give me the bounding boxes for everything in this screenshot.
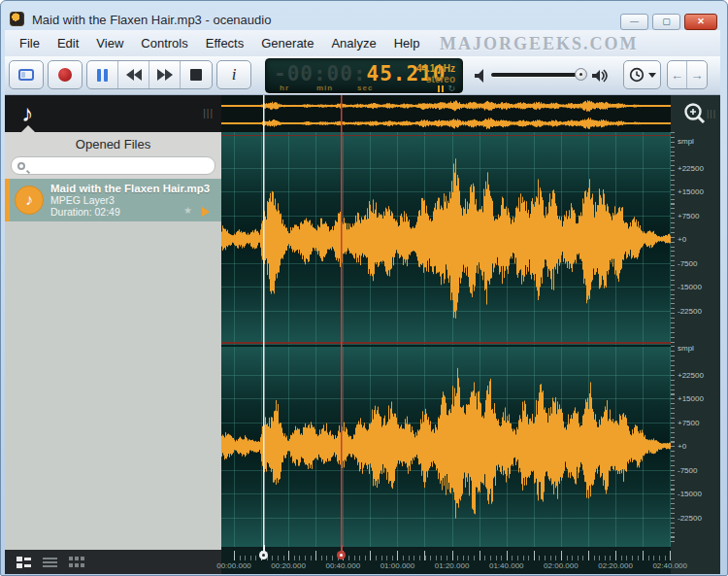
sidebar: ♪ ||| Opened Files ♪ Maid with the Flaxe…: [5, 95, 221, 574]
search-box[interactable]: [11, 156, 215, 175]
dropdown-caret-icon: [648, 73, 656, 78]
minimize-button[interactable]: —: [620, 14, 648, 30]
axis-ticks: [671, 132, 675, 545]
axis-value-label: -15000: [678, 490, 702, 498]
menu-file[interactable]: File: [11, 32, 49, 54]
axis-unit-label: smpl: [678, 344, 694, 353]
cursor-pin[interactable]: [259, 545, 268, 560]
volume-max-icon: [591, 68, 611, 84]
timeline-label: 02:20.000: [598, 561, 633, 570]
forward-button[interactable]: [149, 61, 181, 88]
app-window: Maid with the Flaxen Hair.mp3 - ocenaudi…: [0, 0, 728, 576]
view-list-button[interactable]: [43, 557, 57, 568]
view-grid-button[interactable]: [69, 557, 84, 568]
sec-label: sec: [357, 84, 396, 92]
volume-min-icon: [474, 68, 487, 84]
waveform-editor: ||| smpl+22500+15000+7500+0-7500-15000-2…: [221, 95, 720, 574]
file-list-item[interactable]: ♪ Maid with the Flaxen Hair.mp3 MPEG Lay…: [5, 179, 221, 221]
time-hours: 00: [287, 62, 314, 85]
toolbar: i -00:00:45.210 hrminsec 44.1 kHz stereo…: [5, 56, 720, 95]
forward-icon: [157, 69, 165, 81]
close-button[interactable]: ✕: [684, 14, 717, 30]
menu-help[interactable]: Help: [385, 32, 429, 54]
view-details-button[interactable]: [17, 557, 31, 568]
rewind-icon: [134, 69, 142, 81]
ruler-minor-ticks: [234, 556, 671, 560]
loop-icon: ↻: [447, 85, 455, 92]
rewind-icon: [126, 69, 134, 81]
record-icon: [58, 68, 72, 82]
favorite-star-icon[interactable]: ★: [183, 205, 192, 216]
maximize-button[interactable]: ▢: [652, 14, 680, 30]
axis-value-label: -7500: [678, 465, 697, 474]
menu-effects[interactable]: Effects: [197, 32, 253, 54]
nav-forward-button[interactable]: →: [687, 61, 707, 88]
app-icon: [10, 12, 24, 26]
stop-icon: [190, 69, 202, 81]
search-input[interactable]: [25, 158, 215, 173]
info-button[interactable]: i: [216, 60, 251, 89]
sample-rate: 44.1 kHz: [416, 63, 455, 74]
toggle-sidebar-button[interactable]: [9, 60, 44, 89]
timeline-ruler[interactable]: 00:00.00000:20.00000:40.00001:00.00001:2…: [221, 547, 671, 574]
axis-value-label: +7500: [678, 211, 699, 220]
sidebar-tabbar: ♪ |||: [5, 95, 221, 132]
menu-edit[interactable]: Edit: [49, 32, 87, 54]
paused-status-icon: [438, 85, 444, 92]
time-sign: -: [274, 62, 287, 85]
forward-icon: [165, 69, 173, 81]
menubar: FileEditViewControlsEffectsGenerateAnaly…: [5, 30, 720, 56]
file-title: Maid with the Flaxen Hair.mp3: [50, 183, 221, 194]
axis-value-label: -22500: [678, 513, 702, 522]
zoom-icon[interactable]: [682, 101, 708, 126]
sidebar-drag-handle[interactable]: |||: [203, 108, 214, 119]
timeline-label: 01:20.000: [435, 561, 470, 570]
menu-view[interactable]: View: [87, 32, 132, 54]
axis-value-label: +15000: [678, 394, 704, 403]
volume-slider[interactable]: [491, 73, 584, 77]
menu-analyze[interactable]: Analyze: [322, 32, 384, 54]
axis-unit-label: smpl: [678, 137, 694, 146]
waveform-view[interactable]: [221, 95, 671, 547]
watermark: MAJORGEEKS.COM: [440, 34, 639, 54]
axis-value-label: +22500: [678, 370, 704, 379]
audio-file-icon: ♪: [15, 186, 44, 215]
panel-title: Opened Files: [5, 132, 221, 156]
axis-value-label: +7500: [678, 418, 699, 426]
menu-generate[interactable]: Generate: [252, 32, 322, 54]
axis-value-label: +22500: [678, 163, 704, 172]
pause-icon: [97, 69, 108, 82]
amplitude-axis: ||| smpl+22500+15000+7500+0-7500-15000-2…: [671, 95, 720, 574]
clock-icon: [629, 67, 645, 83]
stop-button[interactable]: [181, 61, 212, 88]
axis-value-label: +15000: [678, 187, 704, 196]
axis-drag-handle[interactable]: |||: [707, 109, 716, 119]
timeline-label: 00:40.000: [326, 561, 361, 570]
duration-menu-button[interactable]: [623, 60, 661, 89]
timeline-label: 01:00.000: [381, 561, 415, 570]
menu-controls[interactable]: Controls: [132, 32, 196, 54]
timeline-label: 02:00.000: [544, 561, 579, 570]
window-title: Maid with the Flaxen Hair.mp3 - ocenaudi…: [32, 13, 271, 27]
file-format: MPEG Layer3: [50, 194, 221, 206]
rewind-button[interactable]: [118, 61, 149, 88]
min-label: min: [316, 84, 357, 92]
nav-back-button[interactable]: ←: [668, 61, 687, 88]
file-playing-icon: [202, 207, 210, 217]
sidebar-statusbar: [5, 550, 221, 574]
pause-button[interactable]: [87, 61, 118, 88]
file-list: ♪ Maid with the Flaxen Hair.mp3 MPEG Lay…: [5, 179, 221, 550]
hr-label: hr: [280, 84, 316, 92]
axis-value-label: +0: [678, 235, 686, 244]
record-button[interactable]: [48, 60, 83, 89]
volume-knob[interactable]: [575, 68, 587, 81]
playhead-pin[interactable]: [337, 545, 346, 560]
sidebar-icon: [18, 69, 34, 81]
timeline-label: 00:00.000: [216, 561, 251, 570]
axis-value-label: -7500: [678, 258, 697, 267]
tab-pointer: [21, 125, 35, 132]
info-icon: i: [232, 65, 237, 85]
time-display: -00:00:45.210 hrminsec 44.1 kHz stereo ↻: [265, 58, 463, 93]
timeline-label: 01:40.000: [489, 561, 524, 570]
titlebar[interactable]: Maid with the Flaxen Hair.mp3 - ocenaudi…: [1, 1, 727, 30]
